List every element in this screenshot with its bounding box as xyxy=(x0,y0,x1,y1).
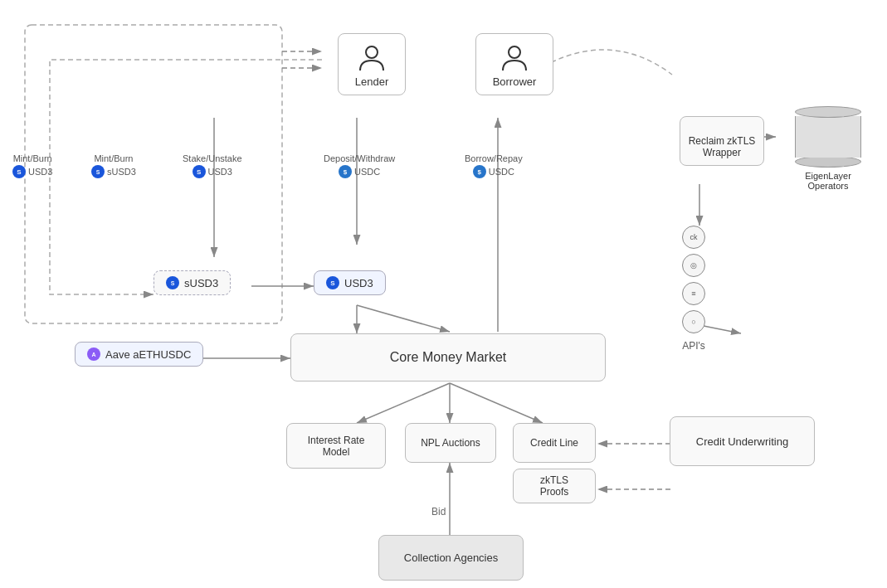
interest-rate-node: Interest Rate Model xyxy=(286,423,386,469)
zktls-proofs-box: zkTLS Proofs xyxy=(513,469,596,503)
core-money-market-box: Core Money Market xyxy=(290,333,606,381)
stake-unstake-label: Stake/Unstake S USD3 xyxy=(183,153,242,178)
deposit-withdraw-label: Deposit/Withdraw $ USDC xyxy=(324,153,395,178)
usd3-token-node: S USD3 xyxy=(314,270,386,295)
usd3-token-label: USD3 xyxy=(344,277,373,289)
susd3-token-label: sUSD3 xyxy=(184,277,218,289)
core-money-market-label: Core Money Market xyxy=(390,350,507,365)
aave-label: Aave aETHUSDC xyxy=(105,348,191,361)
interest-rate-box: Interest Rate Model xyxy=(286,423,386,469)
collection-agencies-box: Collection Agencies xyxy=(378,535,524,581)
reclaim-label: Reclaim zkTLS Wrapper xyxy=(689,135,756,158)
credit-underwriting-box: Credit Underwriting xyxy=(670,416,815,466)
aave-coin-icon: A xyxy=(87,347,100,361)
svg-point-23 xyxy=(366,46,378,58)
usd3-coin-icon-3: S xyxy=(326,276,339,289)
credit-line-box: Credit Line xyxy=(513,423,596,463)
lender-box: Lender xyxy=(338,33,406,95)
npl-auctions-label: NPL Auctions xyxy=(421,437,480,449)
credit-line-label: Credit Line xyxy=(530,437,578,449)
api-icon-2: ◎ xyxy=(682,254,705,277)
lender-person-icon xyxy=(357,42,387,72)
mint-burn-usd3-label: Mint/Burn S USD3 xyxy=(12,153,52,178)
lender-node: Lender xyxy=(322,33,422,95)
usd3-coin-icon-2: S xyxy=(193,165,206,178)
collection-agencies-node: Collection Agencies xyxy=(378,535,524,581)
borrow-repay-label: Borrow/Repay $ USDC xyxy=(465,153,523,178)
aave-node: A Aave aETHUSDC xyxy=(75,342,203,367)
reclaim-box: Reclaim zkTLS Wrapper xyxy=(680,116,765,166)
core-money-market-node: Core Money Market xyxy=(290,333,606,381)
susd3-coin-icon-2: S xyxy=(166,276,179,289)
usd3-token-box: S USD3 xyxy=(314,270,386,295)
zktls-proofs-node: zkTLS Proofs xyxy=(513,469,596,503)
bid-label-node: Bid xyxy=(431,506,446,518)
svg-line-22 xyxy=(699,325,741,333)
npl-auctions-box: NPL Auctions xyxy=(405,423,496,463)
susd3-token-box: S sUSD3 xyxy=(154,270,231,295)
lender-label: Lender xyxy=(355,75,388,88)
api-stack-node: ck ◎ ≡ ○ API's xyxy=(682,226,705,352)
npl-auctions-node: NPL Auctions xyxy=(405,423,496,463)
api-icon-3: ≡ xyxy=(682,282,705,305)
svg-line-14 xyxy=(357,383,450,423)
reclaim-node: Reclaim zkTLS Wrapper xyxy=(664,116,780,166)
credit-underwriting-label: Credit Underwriting xyxy=(696,435,788,448)
svg-point-24 xyxy=(509,46,520,58)
collection-agencies-label: Collection Agencies xyxy=(404,552,498,564)
interest-rate-label: Interest Rate Model xyxy=(308,435,365,458)
borrower-label: Borrower xyxy=(493,75,537,88)
diagram: Lender Borrower Mint/Burn S USD3 Mint/Bu… xyxy=(0,0,887,588)
eigenlayer-label: EigenLayer Operators xyxy=(805,171,851,191)
credit-underwriting-node: Credit Underwriting xyxy=(670,416,815,466)
apis-label: API's xyxy=(682,340,705,352)
usdc-coin-icon-1: $ xyxy=(339,165,352,178)
borrower-person-icon xyxy=(500,42,529,72)
svg-line-16 xyxy=(450,383,543,423)
svg-line-11 xyxy=(357,305,450,332)
eigenlayer-node: EigenLayer Operators xyxy=(778,106,878,191)
api-icon-1: ck xyxy=(682,226,705,249)
usd3-coin-icon-1: S xyxy=(12,165,26,178)
susd3-coin-icon-1: S xyxy=(91,165,105,178)
borrower-node: Borrower xyxy=(465,33,564,95)
usdc-coin-icon-2: $ xyxy=(473,165,486,178)
aave-box: A Aave aETHUSDC xyxy=(75,342,203,367)
api-icon-4: ○ xyxy=(682,310,705,333)
zktls-proofs-label: zkTLS Proofs xyxy=(527,474,582,498)
mint-burn-susd3-label: Mint/Burn S sUSD3 xyxy=(91,153,136,178)
susd3-token-node: S sUSD3 xyxy=(154,270,231,295)
bid-label: Bid xyxy=(431,506,446,518)
credit-line-node: Credit Line xyxy=(513,423,596,463)
borrower-box: Borrower xyxy=(475,33,554,95)
